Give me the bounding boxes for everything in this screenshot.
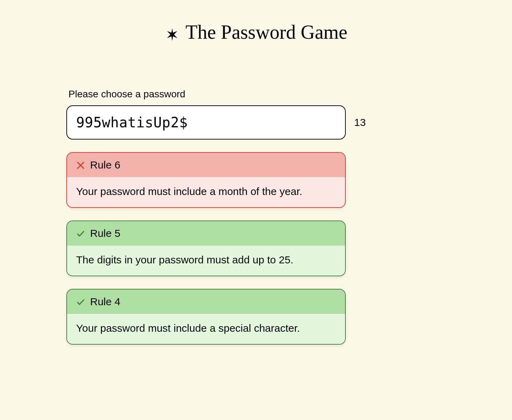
- check-icon: [76, 229, 85, 238]
- rule-card: Rule 4 Your password must include a spec…: [66, 289, 346, 345]
- rule-text: Your password must include a special cha…: [67, 314, 345, 344]
- rule-card: Rule 6 Your password must include a mont…: [66, 152, 346, 208]
- rule-text: The digits in your password must add up …: [67, 246, 345, 276]
- password-input-container[interactable]: [66, 105, 346, 140]
- rule-card: Rule 5 The digits in your password must …: [66, 220, 346, 276]
- rule-title: Rule 4: [90, 296, 120, 308]
- char-count: 13: [354, 117, 366, 128]
- page-title-text: The Password Game: [185, 21, 347, 43]
- rule-header: Rule 4: [67, 290, 345, 314]
- x-icon: [76, 160, 85, 170]
- password-input[interactable]: [76, 114, 336, 130]
- asterisk-icon: [164, 24, 180, 40]
- rule-title: Rule 6: [90, 159, 120, 171]
- prompt-label: Please choose a password: [68, 89, 512, 100]
- password-input-row: 13: [66, 105, 512, 140]
- rule-header: Rule 5: [67, 221, 345, 246]
- check-icon: [76, 297, 85, 306]
- rule-text: Your password must include a month of th…: [67, 177, 345, 207]
- rule-header: Rule 6: [67, 153, 345, 177]
- rule-title: Rule 5: [90, 227, 120, 239]
- page-title: The Password Game: [0, 0, 512, 89]
